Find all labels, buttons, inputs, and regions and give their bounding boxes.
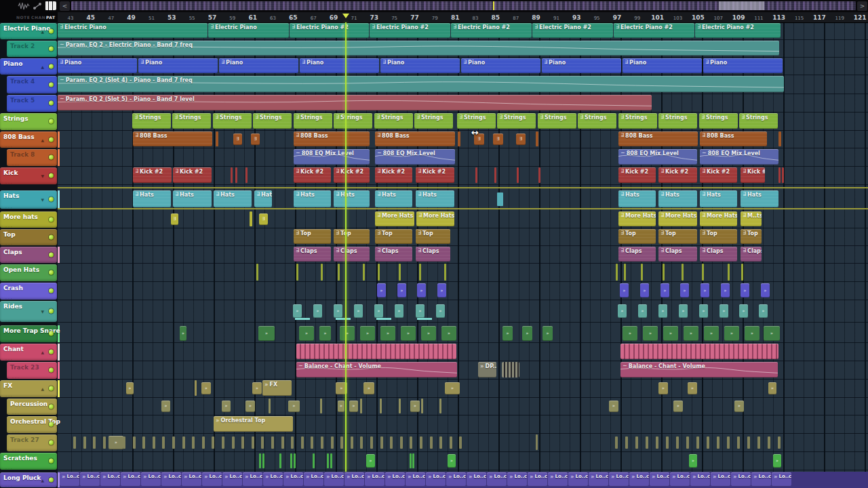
hats-clip[interactable]: ∃Hats <box>700 190 737 207</box>
more-trap-snare-stab-clip[interactable]: » <box>745 326 760 341</box>
track-27-bar-clip[interactable] <box>747 436 750 449</box>
track-5-clip[interactable]: ∼Param. EQ 2 (Slot 5) - Piano - Band 7 l… <box>58 95 652 110</box>
track-options-dots[interactable]: ... <box>12 447 20 451</box>
crash-stab-clip[interactable]: » <box>437 283 446 298</box>
kick-clip[interactable]: ∃Kick #2 <box>618 167 656 183</box>
collapse-up-icon[interactable]: ▲ <box>41 350 44 354</box>
claps-clip[interactable]: ∃Claps <box>700 247 737 262</box>
long-pluck-clip[interactable]: »Lo..c <box>711 472 730 487</box>
more-trap-snare-stab-clip[interactable]: » <box>258 326 275 341</box>
track-27-bar-clip[interactable] <box>450 436 452 449</box>
electric-piano-clip[interactable]: ∃Electric Piano #2 <box>370 23 450 38</box>
track-23-clip[interactable]: ∼Balance - Chant - Volume <box>620 362 778 378</box>
electric-piano-clip[interactable]: ∃Electric Piano <box>58 23 208 38</box>
long-pluck-clip[interactable]: »Lo..c <box>121 472 140 487</box>
track-27-bar-clip[interactable] <box>707 436 709 449</box>
more-trap-snare-stab-clip[interactable]: » <box>704 326 719 341</box>
open-hats-bar-clip[interactable] <box>682 264 684 281</box>
percussion-stab-clip[interactable]: » <box>245 401 255 412</box>
ruler-bar-number[interactable]: 45 <box>84 14 98 21</box>
strings-clip[interactable]: ∃Strings <box>414 113 453 129</box>
hats-clip[interactable]: ∃Hats <box>214 190 252 207</box>
track-mute-led[interactable] <box>49 459 54 464</box>
strings-clip[interactable]: ∃Strings <box>253 113 292 129</box>
track-header-track-5[interactable]: Track 5... <box>7 95 57 112</box>
claps-clip[interactable]: ∃Claps <box>618 247 656 262</box>
top-clip[interactable]: ∃Top <box>294 229 331 244</box>
rides-stab-clip[interactable]: » <box>395 304 403 318</box>
track-27-bar-clip[interactable] <box>420 436 422 449</box>
ruler-bar-number[interactable]: 59 <box>226 16 239 21</box>
collapse-up-icon[interactable]: ▲ <box>41 64 44 68</box>
piano-clip[interactable]: ∃Piano <box>219 58 298 73</box>
track-mute-led[interactable] <box>49 119 54 124</box>
ruler-bar-number[interactable]: 97 <box>610 14 624 21</box>
track-27-bar-clip[interactable] <box>192 436 195 449</box>
track-options-dots[interactable]: ... <box>12 161 20 166</box>
strings-clip[interactable]: ∃Strings <box>334 113 372 129</box>
more-trap-snare-stab-clip[interactable]: » <box>319 326 331 341</box>
open-hats-bar-clip[interactable] <box>419 264 421 281</box>
electric-piano-clip[interactable]: ∃Electric Piano #2 <box>290 23 369 38</box>
ruler-bar-number[interactable]: 117 <box>812 14 826 21</box>
scroll-right-button[interactable]: > <box>857 1 867 11</box>
open-hats-bar-clip[interactable] <box>616 264 618 281</box>
more-trap-snare-stab-clip[interactable]: » <box>684 326 698 341</box>
808-bass-stab-clip[interactable]: ∃ <box>251 134 260 145</box>
hats-clip[interactable]: ∃Hats <box>416 190 454 207</box>
rides-stab-clip[interactable]: » <box>679 304 688 318</box>
track-header-strings[interactable]: Strings... <box>0 113 57 130</box>
strings-clip[interactable]: ∃Strings <box>699 113 738 129</box>
more-hats-clip[interactable]: ∃More Hats <box>700 211 737 226</box>
kick-clip[interactable]: ∃Kick #2 <box>173 167 212 183</box>
long-pluck-clip[interactable]: »Lo..c <box>141 472 161 487</box>
rides-stab-clip[interactable]: » <box>739 304 748 318</box>
track-mute-led[interactable] <box>49 101 54 106</box>
percussion-bar-clip[interactable] <box>269 399 271 413</box>
track-options-dots[interactable]: ... <box>5 125 14 130</box>
ruler-bar-number[interactable]: 63 <box>267 16 280 21</box>
percussion-stab-clip[interactable]: » <box>673 401 683 412</box>
note-mode-label[interactable]: NOTE <box>16 15 30 20</box>
track-27-bar-clip[interactable] <box>646 436 648 449</box>
scroll-left-button[interactable]: < <box>60 1 70 11</box>
track-27-bar-clip[interactable] <box>281 436 284 449</box>
hats-clip[interactable]: ∃Hats <box>334 190 370 207</box>
crash-stab-clip[interactable]: » <box>397 283 406 298</box>
track-options-dots[interactable]: ... <box>12 107 20 112</box>
track-header-fx[interactable]: FX...▲ <box>0 380 57 397</box>
ruler-bar-number[interactable]: 121 <box>853 14 867 21</box>
crash-stab-clip[interactable]: » <box>640 283 649 298</box>
more-trap-snare-stab-clip[interactable]: » <box>441 326 456 341</box>
long-pluck-clip[interactable]: »Lo..c <box>772 472 791 487</box>
long-pluck-clip[interactable]: »Lo..c <box>263 472 283 487</box>
long-pluck-clip[interactable]: »Lo..c <box>324 472 344 487</box>
track-27-bar-clip[interactable] <box>656 436 658 449</box>
long-pluck-clip[interactable]: »Lo..c <box>202 472 222 487</box>
ruler-bar-number[interactable]: 65 <box>286 14 300 21</box>
track-27-bar-clip[interactable] <box>717 436 719 449</box>
kick-bar-clip[interactable] <box>494 167 496 183</box>
open-hats-bar-clip[interactable] <box>728 264 730 281</box>
percussion-stab-clip[interactable]: » <box>734 401 744 412</box>
track-options-dots[interactable]: ... <box>5 338 14 342</box>
track-27-bar-clip[interactable] <box>768 436 770 449</box>
track-27-bar-clip[interactable] <box>222 436 224 449</box>
ruler-bar-number[interactable]: 57 <box>205 14 219 21</box>
top-clip[interactable]: ∃Top <box>741 229 762 244</box>
ruler-bar-number[interactable]: 93 <box>570 14 583 21</box>
top-clip[interactable]: ∃Top <box>700 229 737 244</box>
track-options-dots[interactable]: ... <box>12 410 20 415</box>
scratches-bar-clip[interactable] <box>259 453 261 468</box>
track-8-clip[interactable]: ∼808 EQ Mix Level <box>294 149 370 165</box>
track-27-bar-clip[interactable] <box>331 436 334 449</box>
fx-stab-clip[interactable]: » <box>768 382 776 394</box>
kick-bar-clip[interactable] <box>778 167 781 183</box>
timeline-ruler[interactable]: 4345474951535557596163656769717375777981… <box>58 12 868 23</box>
hats-clip[interactable]: ∃Hats <box>294 190 331 207</box>
track-27-bar-clip[interactable] <box>271 436 274 449</box>
long-pluck-clip[interactable]: »Lo..c <box>609 472 629 487</box>
fx-stab-clip[interactable]: » <box>658 382 668 394</box>
ruler-bar-number[interactable]: 81 <box>448 14 462 21</box>
open-hats-bar-clip[interactable] <box>444 264 446 281</box>
